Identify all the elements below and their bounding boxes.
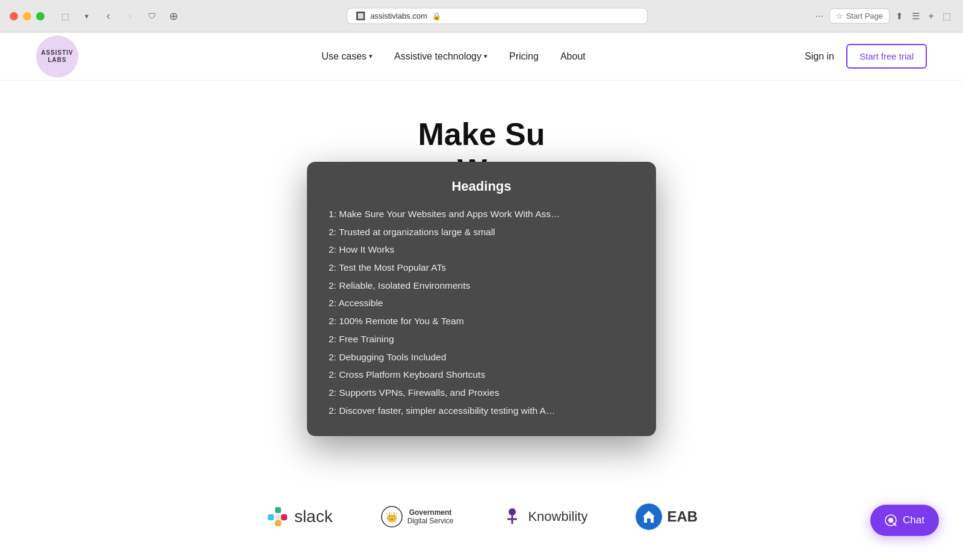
new-tab-button[interactable]: ⊕ (165, 10, 182, 23)
chat-icon (885, 514, 897, 526)
nav-pricing-label: Pricing (509, 51, 539, 62)
eab-icon (636, 503, 662, 530)
nav-use-cases-label: Use cases (321, 51, 367, 62)
eab-logo: EAB (636, 503, 698, 530)
knowbility-logo: Knowbility (501, 506, 587, 528)
list-item[interactable]: 2: Cross Platform Keyboard Shortcuts (329, 366, 634, 384)
headings-list: 1: Make Sure Your Websites and Apps Work… (329, 205, 634, 419)
list-item[interactable]: 2: 100% Remote for You & Team (329, 312, 634, 330)
address-bar-container: 🔲 assistivlabs.com 🔒 (189, 8, 805, 24)
slack-logo: slack (265, 505, 333, 529)
list-item[interactable]: 2: Free Training (329, 330, 634, 348)
knowbility-wordmark: Knowbility (528, 509, 587, 525)
nav-about-label: About (560, 51, 586, 62)
logos-bar: slack 👑 Government Digital Service (0, 491, 963, 542)
svg-rect-1 (275, 507, 281, 513)
share-button[interactable]: ⬆ (893, 8, 906, 24)
eab-building-icon (640, 508, 657, 525)
nav-about[interactable]: About (560, 51, 586, 62)
start-page-label: Start Page (846, 11, 883, 20)
tab-overview-button[interactable]: ⬚ (940, 8, 953, 24)
close-traffic-light[interactable] (10, 12, 18, 20)
messaging-button[interactable]: ··· (813, 8, 825, 24)
browser-chrome: ⬚ ▼ ‹ › 🛡 ⊕ 🔲 assistivlabs.com 🔒 ··· ☆ S… (0, 0, 963, 32)
sign-in-label: Sign in (805, 51, 834, 61)
uk-gov-logo: 👑 Government Digital Service (381, 506, 454, 528)
privacy-icon[interactable]: 🛡 (143, 10, 160, 23)
svg-rect-2 (281, 514, 287, 520)
logo-text: ASSISTIVLABS (41, 49, 73, 64)
browser-controls: ⬚ ▼ ‹ › 🛡 ⊕ (57, 10, 182, 23)
list-item[interactable]: 2: How It Works (329, 241, 634, 259)
start-trial-label: Start free trial (859, 51, 914, 61)
nav-assistive-technology[interactable]: Assistive technology ▾ (394, 51, 488, 62)
list-item[interactable]: 2: Supports VPNs, Firewalls, and Proxies (329, 384, 634, 402)
svg-rect-3 (275, 520, 281, 526)
chat-button[interactable]: Chat (870, 505, 939, 536)
logo[interactable]: ASSISTIVLABS (36, 35, 78, 78)
nav-assistive-tech-label: Assistive technology (394, 51, 482, 62)
slack-icon (265, 505, 290, 529)
reader-view-button[interactable]: ☰ (909, 8, 922, 24)
start-page-button[interactable]: ☆ Start Page (829, 8, 890, 23)
knowbility-icon (501, 506, 523, 528)
eab-wordmark: EAB (667, 508, 698, 525)
fullscreen-traffic-light[interactable] (36, 12, 45, 20)
list-item[interactable]: 2: Discover faster, simpler accessibilit… (329, 402, 634, 420)
navbar: ASSISTIVLABS Use cases ▾ Assistive techn… (0, 32, 963, 81)
slack-wordmark: slack (294, 507, 333, 526)
svg-rect-0 (268, 514, 274, 520)
crown-icon: 👑 (381, 506, 403, 528)
traffic-lights (10, 12, 45, 20)
svg-marker-11 (643, 511, 655, 517)
url-text: assistivlabs.com (370, 11, 427, 20)
svg-rect-4 (275, 514, 281, 520)
page-content: ASSISTIVLABS Use cases ▾ Assistive techn… (0, 32, 963, 560)
list-item[interactable]: 2: Reliable, Isolated Environments (329, 277, 634, 295)
svg-point-7 (509, 508, 516, 515)
chevron-down-icon: ▾ (484, 52, 488, 60)
svg-text:👑: 👑 (386, 511, 398, 523)
gov-line1: Government (407, 508, 454, 517)
list-item[interactable]: 2: Debugging Tools Included (329, 348, 634, 366)
nav-pricing[interactable]: Pricing (509, 51, 539, 62)
list-item[interactable]: 2: Trusted at organizations large & smal… (329, 223, 634, 241)
browser-actions: ··· ☆ Start Page ⬆ ☰ + ⬚ (813, 8, 953, 25)
chevron-down-icon: ▾ (369, 52, 373, 60)
nav-links: Use cases ▾ Assistive technology ▾ Prici… (102, 51, 805, 62)
back-button[interactable]: ‹ (100, 10, 117, 23)
list-item[interactable]: 2: Accessible (329, 294, 634, 312)
sidebar-toggle[interactable]: ⬚ (57, 10, 73, 23)
star-icon: ☆ (836, 11, 843, 20)
headings-popup: Headings 1: Make Sure Your Websites and … (307, 162, 656, 436)
add-tab-button[interactable]: + (926, 8, 937, 25)
svg-rect-12 (647, 518, 651, 523)
sign-in-button[interactable]: Sign in (805, 51, 834, 62)
list-item[interactable]: 1: Make Sure Your Websites and Apps Work… (329, 205, 634, 223)
page-favicon: 🔲 (356, 11, 365, 20)
nav-use-cases[interactable]: Use cases ▾ (321, 51, 373, 62)
chat-label: Chat (903, 514, 924, 526)
headings-popup-title: Headings (329, 179, 634, 194)
svg-point-14 (888, 518, 893, 523)
start-trial-button[interactable]: Start free trial (846, 44, 927, 69)
list-item[interactable]: 2: Test the Most Popular ATs (329, 259, 634, 277)
nav-actions: Sign in Start free trial (805, 44, 927, 69)
lock-icon: 🔒 (432, 12, 441, 20)
address-bar[interactable]: 🔲 assistivlabs.com 🔒 (347, 8, 648, 24)
chevron-down-icon[interactable]: ▼ (78, 10, 95, 23)
minimize-traffic-light[interactable] (23, 12, 31, 20)
gov-line2: Digital Service (407, 517, 454, 525)
forward-button[interactable]: › (122, 10, 138, 23)
